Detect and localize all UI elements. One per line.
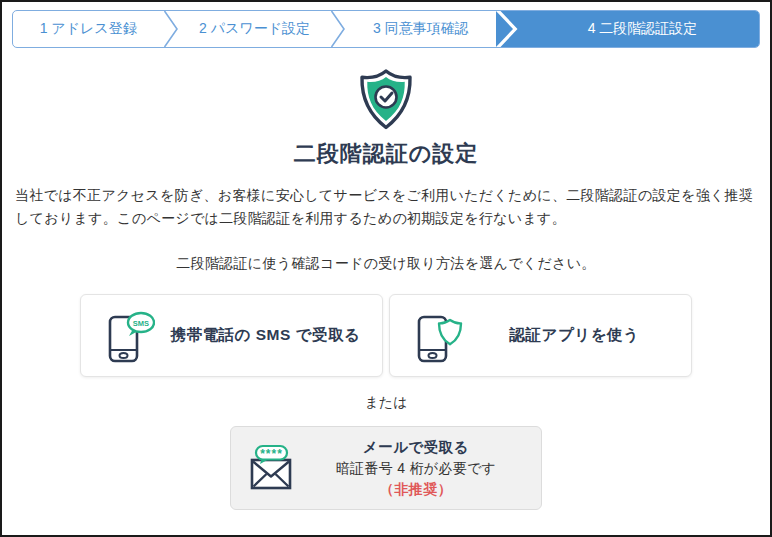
signup-wizard-window: 1 アドレス登録 2 パスワード設定 3 同意事項確認 4 二段階認証設定 [0,0,772,537]
shield-check-icon [2,68,770,130]
progress-stepper: 1 アドレス登録 2 パスワード設定 3 同意事項確認 4 二段階認証設定 [12,10,760,48]
step-password-setup[interactable]: 2 パスワード設定 [179,11,329,47]
mail-code-icon: **** [249,443,303,493]
mail-option-row: **** メールで受取る 暗証番号 4 桁が必要です （非推奨） [2,426,770,510]
mail-option-warning: （非推奨） [303,479,529,500]
mail-option-label: メールで受取る [303,437,529,458]
sms-option-label: 携帯電話の SMS で受取る [163,325,368,346]
chevron-separator-icon [163,11,179,47]
active-arrow-separator-icon [496,11,526,47]
auth-app-option-label: 認証アプリを使う [472,325,677,346]
step-terms-confirmation[interactable]: 3 同意事項確認 [346,11,496,47]
intro-text: 当社では不正アクセスを防ぎ、お客様に安心してサービスをご利用いただくために、二段… [15,184,757,230]
svg-text:****: **** [260,447,283,461]
page-title: 二段階認証の設定 [2,139,770,169]
sms-option-button[interactable]: SMS 携帯電話の SMS で受取る [80,294,383,377]
phone-sms-icon: SMS [105,308,163,364]
auth-app-option-button[interactable]: 認証アプリを使う [389,294,692,377]
phone-shield-icon [414,308,472,364]
svg-text:SMS: SMS [133,318,149,327]
or-divider-text: または [2,394,770,412]
mail-option-note: 暗証番号 4 桁が必要です [303,458,529,479]
step-address-registration[interactable]: 1 アドレス登録 [13,11,163,47]
chevron-separator-icon [330,11,346,47]
mail-option-button[interactable]: **** メールで受取る 暗証番号 4 桁が必要です （非推奨） [230,426,542,510]
method-options-row: SMS 携帯電話の SMS で受取る 認証アプリを使う [2,294,770,377]
method-instruction: 二段階認証に使う確認コードの受け取り方法を選んでください。 [2,255,770,273]
step-two-factor-setup[interactable]: 4 二段階認証設定 [526,11,759,47]
mail-option-text: メールで受取る 暗証番号 4 桁が必要です （非推奨） [303,437,529,500]
